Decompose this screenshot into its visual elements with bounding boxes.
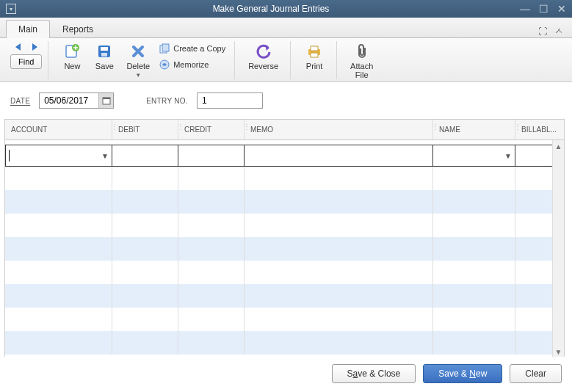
date-input[interactable]: [40, 95, 98, 106]
minimize-button[interactable]: —: [520, 4, 530, 14]
svg-rect-4: [101, 53, 107, 57]
reverse-icon: [255, 43, 272, 60]
save-button[interactable]: Save: [88, 41, 120, 72]
window-title: Make General Journal Entries: [22, 4, 520, 14]
grid-header: Account ⋮Debit ⋮Credit ⋮Memo ⋮Name ⋮Bill…: [5, 120, 564, 140]
grid-row[interactable]: [5, 214, 564, 237]
chevron-down-icon: ▼: [135, 72, 141, 79]
clear-button[interactable]: Clear: [510, 364, 562, 383]
reverse-button[interactable]: Reverse: [242, 41, 284, 72]
title-bar: ▾ Make General Journal Entries — ☐ ✕: [0, 0, 572, 18]
arrow-right-icon: [29, 43, 40, 51]
save-close-button[interactable]: Save & Close: [332, 364, 416, 383]
tab-main[interactable]: Main: [6, 20, 50, 38]
grid-row[interactable]: [5, 167, 564, 190]
scroll-up-icon[interactable]: ▲: [553, 140, 564, 152]
svg-rect-10: [311, 53, 318, 57]
account-input[interactable]: [10, 150, 109, 161]
new-button[interactable]: New: [56, 41, 88, 72]
grid-row[interactable]: [5, 190, 564, 214]
col-header-memo[interactable]: ⋮Memo: [245, 120, 433, 139]
save-new-button[interactable]: Save & New: [423, 364, 502, 383]
col-header-account[interactable]: Account: [5, 120, 112, 139]
memorize-button[interactable]: Memorize: [156, 57, 228, 72]
grid-row[interactable]: [5, 261, 564, 284]
grid-row[interactable]: [5, 331, 564, 355]
paperclip-icon: [353, 43, 371, 60]
grid-body: ▼ ▼ ▲ ▼: [5, 140, 564, 357]
close-button[interactable]: ✕: [557, 4, 566, 14]
toolbar: Find New Save Delete ▼ Create a Copy: [0, 38, 572, 82]
svg-rect-6: [162, 44, 169, 51]
grid-active-row[interactable]: ▼ ▼: [5, 145, 564, 167]
grid-row[interactable]: [5, 237, 564, 261]
collapse-icon[interactable]: ㅅ: [554, 25, 563, 37]
svg-rect-12: [103, 98, 110, 99]
name-input[interactable]: [436, 150, 512, 161]
vertical-scrollbar[interactable]: ▲ ▼: [552, 140, 564, 357]
find-button[interactable]: Find: [10, 54, 42, 69]
col-header-name[interactable]: ⋮Name: [433, 120, 515, 139]
journal-grid: Account ⋮Debit ⋮Credit ⋮Memo ⋮Name ⋮Bill…: [4, 119, 565, 358]
create-copy-button[interactable]: Create a Copy: [156, 41, 228, 56]
svg-rect-9: [311, 46, 318, 51]
tab-bar: Main Reports ⛶ ㅅ: [0, 18, 572, 38]
grid-row[interactable]: [5, 308, 564, 331]
credit-input[interactable]: [181, 150, 241, 161]
account-dropdown-icon[interactable]: ▼: [101, 152, 109, 160]
arrow-left-icon: [13, 43, 23, 51]
col-header-credit[interactable]: ⋮Credit: [178, 120, 245, 139]
col-header-debit[interactable]: ⋮Debit: [112, 120, 178, 139]
tab-reports[interactable]: Reports: [50, 20, 106, 38]
new-icon: [63, 43, 81, 60]
entry-no-label: Entry No.: [146, 97, 188, 105]
copy-icon: [159, 43, 170, 54]
delete-button[interactable]: Delete ▼: [120, 41, 156, 80]
memo-input[interactable]: [247, 150, 430, 161]
scroll-down-icon[interactable]: ▼: [553, 346, 564, 357]
save-icon: [95, 43, 113, 60]
entry-no-input[interactable]: [197, 92, 263, 109]
grid-row[interactable]: [5, 284, 564, 308]
name-dropdown-icon[interactable]: ▼: [504, 152, 512, 160]
expand-icon[interactable]: ⛶: [538, 26, 547, 37]
calendar-icon[interactable]: [98, 93, 113, 108]
col-header-billable[interactable]: ⋮Billabl...: [515, 120, 564, 139]
debit-input[interactable]: [115, 150, 175, 161]
print-icon: [305, 43, 323, 60]
date-label: Date: [10, 97, 30, 105]
svg-rect-3: [101, 47, 108, 51]
attach-file-button[interactable]: Attach File: [344, 41, 379, 81]
next-arrow-button[interactable]: [28, 41, 41, 53]
date-field[interactable]: [39, 92, 114, 109]
form-header: Date Entry No.: [0, 82, 572, 113]
maximize-button[interactable]: ☐: [539, 4, 549, 14]
memorize-icon: [159, 59, 170, 70]
system-menu-icon[interactable]: ▾: [6, 4, 16, 14]
delete-icon: [129, 43, 147, 60]
prev-arrow-button[interactable]: [12, 41, 25, 53]
footer-buttons: Save & Close Save & New Clear: [0, 357, 572, 392]
print-button[interactable]: Print: [298, 41, 330, 73]
